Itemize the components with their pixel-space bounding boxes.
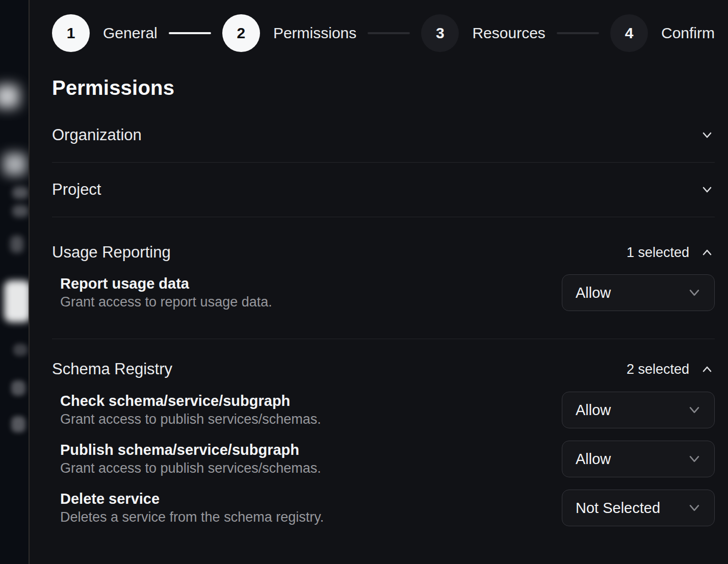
permission-row-report-usage-data: Report usage data Grant access to report… [52,274,715,311]
page-title: Permissions [52,75,715,100]
section-title: Project [52,180,101,199]
section-schema-registry: Schema Registry 2 selected Check schema/… [52,339,715,542]
permission-description: Grant access to report usage data. [60,294,272,311]
permission-title: Publish schema/service/subgraph [60,441,321,459]
permission-title: Report usage data [60,275,272,293]
permission-row-check-schema: Check schema/service/subgraph Grant acce… [52,392,715,428]
section-project: Project [52,163,715,217]
blurred-sidebar-item [13,344,28,356]
permission-select-check-schema[interactable]: Allow [562,392,715,428]
chevron-down-icon [686,450,703,468]
permission-select-delete-service[interactable]: Not Selected [562,490,715,526]
chevron-down-icon [699,182,715,197]
select-value: Allow [576,451,611,468]
permission-rows: Report usage data Grant access to report… [52,274,715,339]
section-header-usage-reporting[interactable]: Usage Reporting 1 selected [52,217,715,274]
permission-rows: Check schema/service/subgraph Grant acce… [52,391,715,542]
chevron-down-icon [686,499,703,517]
step-number-badge: 1 [52,14,90,52]
blurred-sidebar-item [12,187,29,199]
blurred-sidebar-item [3,153,27,175]
blurred-sidebar-icon [10,236,23,253]
create-token-wizard-panel: 1 General 2 Permissions 3 Resources 4 Co… [29,0,728,564]
blurred-sidebar-item [11,380,25,396]
select-value: Not Selected [576,500,660,517]
chevron-down-icon [686,284,703,301]
step-number-badge: 4 [610,14,648,52]
select-value: Allow [576,285,611,301]
section-header-project[interactable]: Project [52,163,715,217]
permission-description: Grant access to publish services/schemas… [60,460,321,477]
blurred-sidebar-item [12,205,29,217]
section-title: Organization [52,125,142,145]
stepper-connector [169,32,211,34]
step-label: Confirm [661,24,715,42]
permission-title: Delete service [60,490,324,508]
blurred-sidebar-item [0,85,19,108]
section-header-schema-registry[interactable]: Schema Registry 2 selected [52,339,715,391]
step-number-badge: 3 [421,14,459,52]
blurred-sidebar-item [11,416,25,432]
step-general[interactable]: 1 General [52,14,158,52]
chevron-down-icon [686,401,703,419]
chevron-up-icon [699,362,715,377]
step-number-badge: 2 [222,14,260,52]
permission-sections: Organization Project Usage Reporting 1 s… [52,108,715,542]
step-label: Permissions [273,24,356,42]
permission-description: Grant access to publish services/schemas… [60,411,321,428]
chevron-up-icon [699,245,715,260]
permission-row-delete-service: Delete service Deletes a service from th… [52,490,715,526]
step-permissions[interactable]: 2 Permissions [222,14,356,52]
step-label: General [103,24,158,42]
stepper-connector [368,32,410,34]
permission-row-publish-schema: Publish schema/service/subgraph Grant ac… [52,441,715,477]
section-title: Schema Registry [52,360,172,379]
section-title: Usage Reporting [52,243,171,262]
stepper-connector [557,32,599,34]
section-usage-reporting: Usage Reporting 1 selected Report usage … [52,217,715,339]
permission-title: Check schema/service/subgraph [60,392,321,410]
step-resources[interactable]: 3 Resources [421,14,545,52]
step-label: Resources [472,24,545,42]
background-sidebar [0,0,29,564]
step-confirm[interactable]: 4 Confirm [610,14,715,52]
section-organization: Organization [52,108,715,163]
wizard-stepper: 1 General 2 Permissions 3 Resources 4 Co… [52,14,715,52]
blurred-sidebar-card [4,280,29,322]
selected-count-badge: 2 selected [627,362,689,377]
permission-description: Deletes a service from the schema regist… [60,509,324,526]
select-value: Allow [576,402,611,419]
chevron-down-icon [699,127,715,143]
selected-count-badge: 1 selected [627,245,689,261]
permission-select-publish-schema[interactable]: Allow [562,441,715,477]
section-header-organization[interactable]: Organization [52,108,715,162]
permission-select-report-usage-data[interactable]: Allow [562,274,715,311]
